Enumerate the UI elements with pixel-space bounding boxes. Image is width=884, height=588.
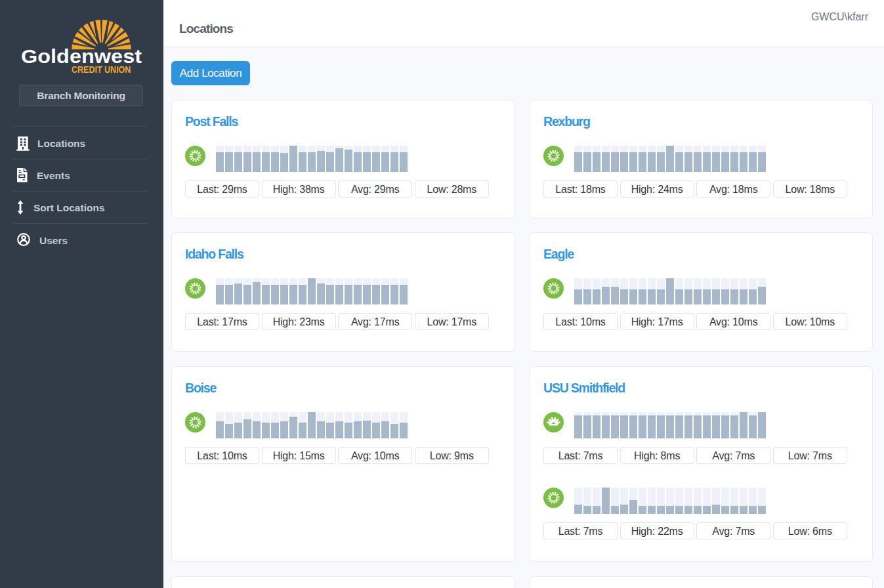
- svg-text:CREDIT UNION: CREDIT UNION: [72, 65, 131, 75]
- svg-text:Goldenwest: Goldenwest: [21, 46, 142, 67]
